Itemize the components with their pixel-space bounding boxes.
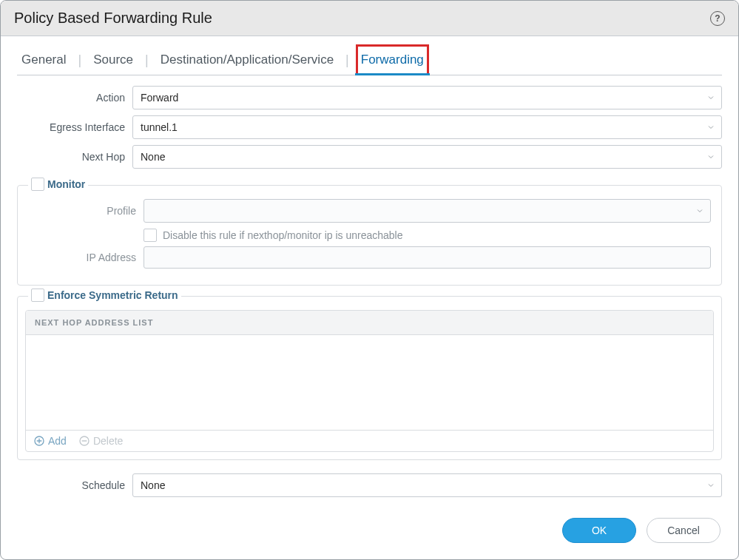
select-next-hop-value: None [141,151,165,163]
row-next-hop: Next Hop None [17,145,722,169]
row-ip-address: IP Address [28,246,711,269]
select-schedule[interactable]: None [132,473,722,497]
delete-button-label: Delete [93,435,123,447]
chevron-down-icon [706,123,715,132]
label-schedule: Schedule [17,479,132,491]
dialog-header: Policy Based Forwarding Rule ? [1,1,738,36]
plus-circle-icon [33,435,45,447]
dialog-footer: OK Cancel [1,505,738,559]
tab-general[interactable]: General [17,45,70,75]
tab-separator: | [142,53,152,68]
group-symmetric-return: Enforce Symmetric Return NEXT HOP ADDRES… [17,296,722,460]
row-action: Action Forward [17,86,722,109]
label-egress-interface: Egress Interface [17,121,132,133]
tab-source[interactable]: Source [89,45,138,75]
legend-monitor: Monitor [28,178,88,191]
checkbox-monitor[interactable] [31,178,44,191]
ok-button[interactable]: OK [562,518,636,543]
tab-destination[interactable]: Destination/Application/Service [156,45,338,75]
label-ip-address: IP Address [28,252,144,263]
select-profile[interactable] [144,199,711,223]
cancel-button[interactable]: Cancel [647,518,721,543]
group-monitor: Monitor Profile Disable this rule if nex… [17,185,722,286]
row-profile: Profile [28,199,711,223]
checkbox-disable-rule[interactable] [144,229,157,242]
help-icon[interactable]: ? [710,11,725,26]
select-next-hop[interactable]: None [132,145,722,169]
row-disable-rule: Disable this rule if nexthop/monitor ip … [144,229,711,242]
label-profile: Profile [28,205,144,217]
tab-separator: | [75,53,84,68]
add-button-label: Add [48,435,67,447]
chevron-down-icon [695,206,704,215]
delete-button[interactable]: Delete [78,435,123,447]
checkbox-symmetric[interactable] [31,289,44,302]
legend-symmetric: Enforce Symmetric Return [28,289,181,302]
dialog-body: General | Source | Destination/Applicati… [1,36,738,505]
row-schedule: Schedule None [17,473,722,497]
chevron-down-icon [706,152,715,161]
select-action[interactable]: Forward [132,86,722,109]
list-footer-next-hop: Add Delete [26,430,713,451]
select-action-value: Forward [141,92,178,104]
tab-forwarding[interactable]: Forwarding [357,45,428,75]
label-action: Action [17,92,132,104]
select-schedule-value: None [141,479,165,491]
dialog-title: Policy Based Forwarding Rule [14,10,212,27]
select-egress-interface[interactable]: tunnel.1 [132,115,722,139]
list-header-next-hop: NEXT HOP ADDRESS LIST [26,311,713,335]
next-hop-address-list: NEXT HOP ADDRESS LIST Add [25,310,714,452]
select-egress-interface-value: tunnel.1 [141,121,178,133]
label-disable-rule: Disable this rule if nexthop/monitor ip … [163,229,403,241]
row-egress-interface: Egress Interface tunnel.1 [17,115,722,139]
legend-symmetric-text: Enforce Symmetric Return [47,289,178,301]
tab-separator: | [342,53,352,68]
label-next-hop: Next Hop [17,151,132,163]
chevron-down-icon [706,93,715,102]
legend-monitor-text: Monitor [47,178,85,190]
input-ip-address[interactable] [144,246,711,269]
tab-bar: General | Source | Destination/Applicati… [17,45,722,75]
list-body-next-hop [26,335,713,430]
pbf-rule-dialog: Policy Based Forwarding Rule ? General |… [0,0,739,560]
minus-circle-icon [78,435,90,447]
chevron-down-icon [706,481,715,490]
add-button[interactable]: Add [33,435,67,447]
